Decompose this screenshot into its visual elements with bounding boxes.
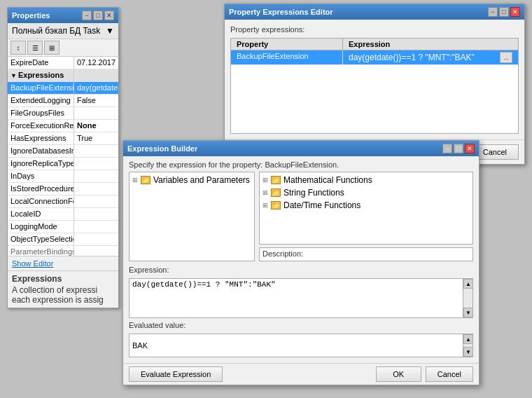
expr-scroll-up[interactable]: ▲ xyxy=(463,279,473,289)
prop-name-isstoredproc: IsStoredProcedure xyxy=(8,183,74,195)
prop-row-forceexec[interactable]: ForceExecutionResult None xyxy=(8,120,118,132)
expr-header-expression: Expression xyxy=(343,39,518,50)
description-panel: Description: xyxy=(259,247,473,261)
expr-editor-max-btn[interactable]: □ xyxy=(499,7,509,17)
prop-name-ignorereplica: IgnoreReplicaType xyxy=(8,158,74,170)
prop-row-ignorereplica[interactable]: IgnoreReplicaType xyxy=(8,158,118,170)
prop-name-indays: InDays xyxy=(8,170,74,182)
evaluated-value: BAK xyxy=(130,334,463,357)
expr-table: Property Expression BackupFileExtension … xyxy=(230,38,519,134)
expr-ellipsis-btn[interactable]: ... xyxy=(500,52,512,63)
expr-scroll-down[interactable]: ▼ xyxy=(463,308,473,317)
expr-editor-label: Property expressions: xyxy=(230,25,519,34)
eval-scrollbar: ▲ ▼ xyxy=(463,334,472,357)
properties-title: Properties xyxy=(12,11,50,20)
builder-min-btn[interactable]: − xyxy=(442,144,452,153)
expressions-desc-text: A collection of expressi each expression… xyxy=(12,285,114,305)
builder-subtitle: Specify the expression for the property:… xyxy=(123,156,479,172)
page-btn[interactable]: ⊞ xyxy=(44,41,59,55)
expr-value: day(getdate())==1 ? "MNT":"BAK" xyxy=(349,53,475,62)
prop-name-filegroupsfiles: FileGroupsFiles xyxy=(8,107,74,119)
expr-editor-content: Property expressions: Property Expressio… xyxy=(225,20,524,139)
properties-subtitle: Полный бэкап БД Task ▼ xyxy=(8,23,118,39)
expression-label: Expression: xyxy=(129,266,473,274)
prop-row-ignoredb[interactable]: IgnoreDatabasesInM xyxy=(8,145,118,158)
prop-row-localeid[interactable]: LocaleID xyxy=(8,208,118,221)
properties-panel: Properties − □ ✕ Полный бэкап БД Task ▼ … xyxy=(7,7,119,308)
prop-value-extlogging: False xyxy=(74,95,118,107)
prop-row-expiredate[interactable]: ExpireDate 07.12.2017 xyxy=(8,57,118,69)
builder-left: ⊞ 📁 Variables and Parameters xyxy=(129,172,255,261)
prop-value-localeid xyxy=(74,208,118,220)
builder-cancel-button[interactable]: Cancel xyxy=(426,366,473,382)
prop-value-forceexec: None xyxy=(74,120,118,132)
expr-cell-property: BackupFileExtension xyxy=(231,50,343,64)
prop-row-isstoredproc[interactable]: IsStoredProcedure xyxy=(8,183,118,195)
properties-maximize-btn[interactable]: □ xyxy=(93,11,103,20)
properties-minimize-btn[interactable]: − xyxy=(82,11,92,20)
builder-ok-button[interactable]: OK xyxy=(376,366,421,382)
prop-value-indays xyxy=(74,170,118,182)
expr-editor-close-btn[interactable]: ✕ xyxy=(510,7,520,17)
expression-textarea-wrapper: day(getdate())==1 ? "MNT":"BAK" ▲ ▼ xyxy=(129,278,473,318)
builder-close-btn[interactable]: ✕ xyxy=(465,144,475,153)
prop-value-parambind xyxy=(74,246,118,256)
builder-max-btn[interactable]: □ xyxy=(454,144,463,153)
prop-name-hasexpr: HasExpressions xyxy=(8,132,74,144)
prop-name-expiredate: ExpireDate xyxy=(8,57,74,69)
prop-value-isstoredproc xyxy=(74,183,118,195)
func-item-datetime[interactable]: ⊞ 📁 Date/Time Functions xyxy=(261,199,471,212)
prop-row-filegroupsfiles[interactable]: FileGroupsFiles xyxy=(8,107,118,120)
prop-name-loggingmode: LoggingMode xyxy=(8,221,74,233)
prop-row-parambind[interactable]: ParameterBindings xyxy=(8,246,118,256)
builder-tree: ⊞ 📁 Variables and Parameters xyxy=(129,172,255,261)
func-item-string[interactable]: ⊞ 📁 String Functions xyxy=(261,186,471,199)
evaluated-label: Evaluated value: xyxy=(129,321,473,329)
prop-value-hasexpr: True xyxy=(74,132,118,144)
builder-title: Expression Builder xyxy=(127,144,197,153)
properties-dropdown-arrow[interactable]: ▼ xyxy=(106,26,114,36)
prop-row-backupfileext[interactable]: BackupFileExtension day(getdate())==1 ..… xyxy=(8,82,118,95)
func-item-datetime-label: Date/Time Functions xyxy=(284,200,360,210)
expr-header-property: Property xyxy=(231,39,343,50)
sort-btn[interactable]: ↕ xyxy=(10,41,26,55)
prop-row-objtypesel[interactable]: ObjectTypeSelectio xyxy=(8,233,118,246)
func-item-math[interactable]: ⊞ 📁 Mathematical Functions xyxy=(261,174,471,186)
eval-scroll-down[interactable]: ▼ xyxy=(463,347,473,357)
prop-value-ignorereplica xyxy=(74,158,118,170)
prop-name-expressions: ▼Expressions xyxy=(8,69,74,81)
evaluate-expression-button[interactable]: Evaluate Expression xyxy=(129,366,223,382)
properties-list: ExpireDate 07.12.2017 ▼Expressions Backu… xyxy=(8,57,118,256)
prop-row-loggingmode[interactable]: LoggingMode xyxy=(8,221,118,233)
tree-expand-icon: ⊞ xyxy=(132,177,139,184)
expr-cell-expression: day(getdate())==1 ? "MNT":"BAK" ... xyxy=(343,50,518,64)
show-editor-link[interactable]: Show Editor xyxy=(8,256,118,270)
builder-footer: Evaluate Expression OK Cancel xyxy=(123,363,479,385)
expression-textarea[interactable]: day(getdate())==1 ? "MNT":"BAK" xyxy=(130,279,463,317)
prop-row-extlogging[interactable]: ExtendedLogging False xyxy=(8,95,118,107)
expr-scroll-track xyxy=(463,289,472,308)
prop-value-objtypesel xyxy=(74,233,118,245)
prop-value-filegroupsfiles xyxy=(74,107,118,119)
category-btn[interactable]: ☰ xyxy=(27,41,43,55)
expr-editor-min-btn[interactable]: − xyxy=(488,7,498,17)
evaluated-wrapper: BAK ▲ ▼ xyxy=(129,334,473,357)
properties-titlebar-buttons: − □ ✕ xyxy=(82,11,114,20)
expressions-desc: Expressions A collection of expressi eac… xyxy=(8,270,118,308)
prop-name-backupfileext: BackupFileExtension xyxy=(8,82,74,94)
prop-value-ignoredb xyxy=(74,145,118,157)
tree-item-variables[interactable]: ⊞ 📁 Variables and Parameters xyxy=(131,174,253,186)
tree-folder-icon: 📁 xyxy=(141,176,150,184)
prop-row-localconn[interactable]: LocalConnectionFo xyxy=(8,195,118,208)
expr-table-row[interactable]: BackupFileExtension day(getdate())==1 ? … xyxy=(231,50,518,65)
expr-editor-titlebar-btns: − □ ✕ xyxy=(488,7,520,17)
builder-main: ⊞ 📁 Variables and Parameters ⊞ 📁 Mathema… xyxy=(123,172,479,266)
properties-close-btn[interactable]: ✕ xyxy=(104,11,114,20)
prop-row-indays[interactable]: InDays xyxy=(8,170,118,183)
prop-row-expressions[interactable]: ▼Expressions xyxy=(8,69,118,82)
functions-list: ⊞ 📁 Mathematical Functions ⊞ 📁 String Fu… xyxy=(259,172,473,245)
eval-scroll-up[interactable]: ▲ xyxy=(463,334,473,344)
builder-bottom: Expression: day(getdate())==1 ? "MNT":"B… xyxy=(123,266,479,363)
description-label: Description: xyxy=(262,249,470,258)
prop-row-hasexpr[interactable]: HasExpressions True xyxy=(8,132,118,145)
